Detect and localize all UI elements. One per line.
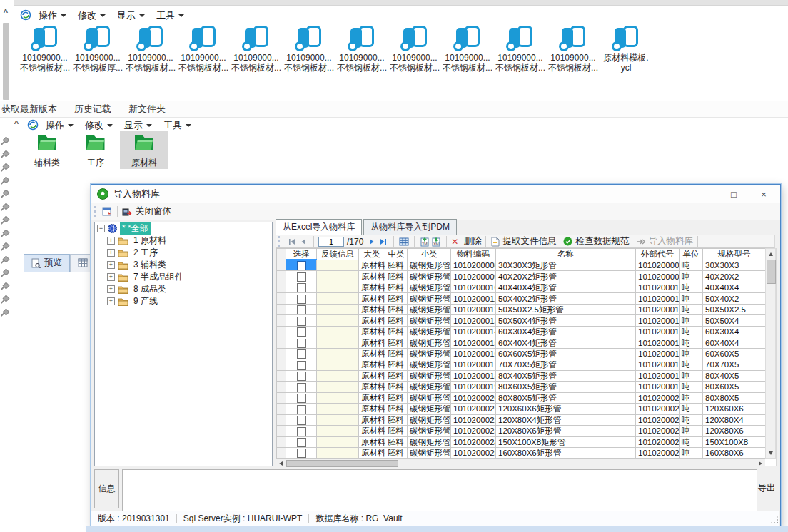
checkbox[interactable] [297, 317, 306, 326]
tree-node[interactable]: + 9 产线 [95, 295, 272, 307]
table-row[interactable]: 原材料 胚料 碳钢矩形管 1010200018 80X40X5矩形管 10102… [277, 370, 766, 381]
checkbox[interactable] [297, 361, 306, 370]
table-row[interactable]: 原材料 胚料 碳钢矩形管 1010200008 30X30X3矩形管 10102… [277, 260, 766, 271]
select-checkbox-cell[interactable] [286, 436, 317, 447]
scroll-left-button[interactable] [276, 459, 286, 467]
column-header-4[interactable]: 小类 [408, 249, 451, 260]
select-checkbox-cell[interactable] [286, 282, 317, 292]
tab-preview[interactable]: 预览 [24, 254, 70, 272]
pushpin-icon[interactable] [1, 203, 9, 211]
folder-辅料类[interactable]: 辅料类 [23, 131, 71, 169]
page-number-input[interactable] [318, 237, 344, 247]
check-data-button[interactable]: 检查数据规范 [563, 235, 629, 247]
menu-item-0[interactable]: 操作 [39, 9, 66, 22]
delete-button[interactable]: ✕ 删除 [451, 235, 481, 247]
checkbox[interactable] [297, 427, 306, 436]
checkbox[interactable] [297, 438, 306, 447]
table-row[interactable]: 原材料 胚料 碳钢矩形管 1010200024 150X100X8矩形管 101… [277, 436, 766, 447]
select-checkbox-cell[interactable] [286, 293, 317, 304]
minimize-button[interactable]: – [689, 185, 719, 203]
next-page-button[interactable] [366, 237, 378, 247]
column-header-7[interactable]: 外部代号 [636, 249, 680, 260]
menu-item-3[interactable]: 工具 [156, 9, 184, 22]
file-item[interactable]: 10109000...不锈钢板材... [388, 26, 441, 73]
maximize-button[interactable]: □ [719, 185, 749, 203]
select-checkbox-cell[interactable] [286, 271, 317, 282]
pushpin-icon[interactable] [1, 216, 9, 224]
checkbox[interactable] [297, 283, 306, 292]
checkbox[interactable] [297, 339, 306, 348]
table-row[interactable]: 原材料 胚料 碳钢矩形管 1010200019 80X60X5矩形管 10102… [277, 382, 766, 392]
file-item[interactable]: 10109000...不锈钢板厚... [71, 26, 124, 73]
history-button[interactable]: 历史记载 [74, 103, 111, 116]
select-checkbox-cell[interactable] [286, 382, 317, 392]
export-xml-icon[interactable]: XML [419, 237, 430, 247]
collapse-expander-icon[interactable]: − [97, 225, 105, 232]
checkbox[interactable] [297, 261, 306, 270]
pushpin-icon[interactable] [1, 190, 9, 198]
checkbox[interactable] [297, 295, 306, 304]
file-item[interactable]: 10109000...不锈钢板材... [335, 26, 388, 73]
select-checkbox-cell[interactable] [286, 370, 317, 381]
pushpin-icon[interactable] [1, 242, 9, 250]
form-properties-icon[interactable] [102, 206, 113, 217]
tree-root[interactable]: − * *全部 [95, 222, 272, 235]
info-textarea[interactable] [122, 469, 757, 511]
last-page-button[interactable] [378, 237, 389, 247]
scroll-down-button[interactable] [766, 448, 775, 458]
pushpin-icon[interactable] [1, 230, 9, 237]
expand-expander-icon[interactable]: + [107, 261, 115, 269]
tree-node[interactable]: + 2 工序 [95, 247, 272, 259]
close-form-button[interactable]: 关闭窗体 [122, 205, 171, 218]
menu-item-2[interactable]: 显示 [117, 9, 145, 22]
checkbox[interactable] [297, 327, 306, 337]
column-header-6[interactable]: 名称 [496, 249, 636, 260]
select-checkbox-cell[interactable] [286, 359, 317, 370]
tree-node[interactable]: + 3 辅料类 [95, 259, 272, 271]
first-page-button[interactable] [286, 237, 298, 247]
menu-item-1[interactable]: 修改 [78, 9, 106, 22]
table-row[interactable]: 原材料 胚料 碳钢矩形管 1010200012 50X50X2.5矩形管 101… [277, 304, 766, 314]
column-header-5[interactable]: 物料编码 [451, 249, 496, 260]
export-button[interactable]: 导出 [756, 482, 777, 494]
table-row[interactable]: 原材料 胚料 碳钢矩形管 1010200020 80X80X5矩形管 10102… [277, 392, 766, 403]
select-checkbox-cell[interactable] [286, 348, 317, 359]
scrollbar-thumb[interactable] [3, 23, 9, 100]
table-row[interactable]: 原材料 胚料 碳钢矩形管 1010200022 120X80X4矩形管 1010… [277, 414, 766, 425]
column-header-0[interactable]: 选择 [286, 249, 317, 260]
previous-page-button[interactable] [298, 237, 309, 247]
table-row[interactable]: 原材料 胚料 碳钢矩形管 1010200009 40X20X2矩形管 10102… [277, 271, 766, 282]
tree-node[interactable]: + 7 半成品组件 [95, 271, 272, 283]
expand-expander-icon[interactable]: + [107, 237, 115, 245]
select-checkbox-cell[interactable] [286, 260, 317, 271]
file-item[interactable]: 10109000...不锈钢板材... [124, 26, 177, 73]
table-row[interactable]: 原材料 胚料 碳钢矩形管 1010200011 50X40X2矩形管 10102… [277, 293, 766, 304]
table-row[interactable]: 原材料 胚料 碳钢矩形管 1010200017 70X70X5矩形管 10102… [277, 359, 766, 370]
get-latest-version-button[interactable]: 获取最新版本 [1, 103, 57, 116]
resize-grip[interactable] [772, 517, 779, 524]
file-item[interactable]: 10109000...不锈钢板材... [547, 26, 600, 73]
collapse-chevron-icon[interactable]: ^ [11, 118, 21, 128]
pushpin-icon[interactable] [1, 150, 9, 158]
folder-工序[interactable]: 工序 [71, 131, 120, 169]
new-folder-button[interactable]: 新文件夹 [128, 103, 166, 116]
import-xml-icon[interactable]: XML [430, 237, 442, 247]
vertical-scrollbar[interactable] [765, 248, 776, 459]
pushpin-icon[interactable] [1, 256, 9, 264]
menu-item-1[interactable]: 修改 [85, 119, 113, 132]
extract-file-info-button[interactable]: 提取文件信息 [490, 235, 556, 247]
checkbox[interactable] [297, 349, 306, 359]
file-item[interactable]: 10109000...不锈钢板材... [283, 26, 335, 73]
column-header-8[interactable]: 单位 [680, 249, 703, 260]
table-row[interactable]: 原材料 胚料 碳钢矩形管 1010200025 160X80X6矩形管 1010… [277, 447, 766, 458]
tab-import-from-excel[interactable]: 从Excel导入物料库 [276, 219, 362, 235]
select-checkbox-cell[interactable] [286, 414, 317, 425]
column-header-1[interactable]: 反馈信息 [317, 249, 359, 260]
column-header-9[interactable]: 规格型号 [703, 249, 766, 260]
tree-node[interactable]: + 8 成品类 [95, 283, 272, 295]
file-item[interactable]: 10109000...不锈钢板材... [494, 26, 547, 73]
tab-import-to-pdm[interactable]: 从物料库导入到PDM [363, 219, 457, 235]
scroll-right-button[interactable] [756, 459, 765, 467]
table-row[interactable]: 原材料 胚料 碳钢矩形管 1010200014 60X30X4矩形管 10102… [277, 326, 766, 337]
file-item[interactable]: 原材料模板.ycl [600, 26, 652, 73]
